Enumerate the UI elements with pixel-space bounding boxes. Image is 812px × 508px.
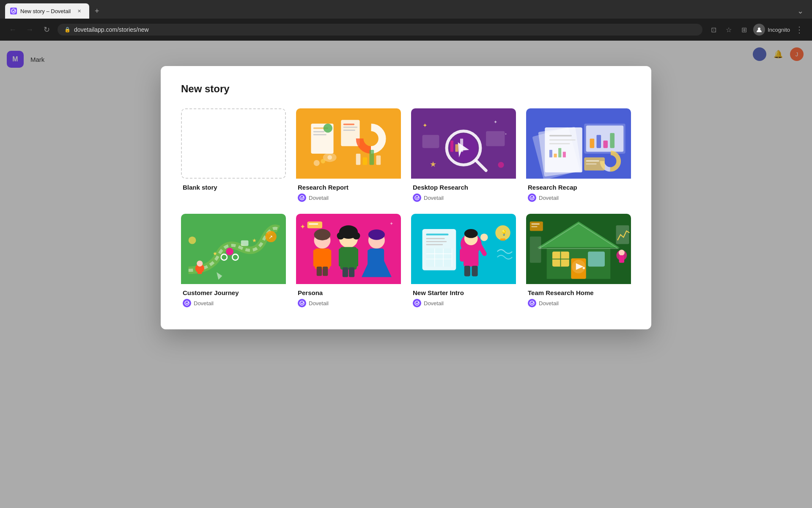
svg-point-88 <box>353 232 360 240</box>
template-info-team-research-home: Team Research Home Dovetail <box>526 284 631 309</box>
template-author-persona: Dovetail <box>298 299 399 307</box>
browser-chrome: New story – Dovetail ✕ + ⌄ ← → ↻ 🔒 dovet… <box>0 0 812 41</box>
url-text: dovetailapp.com/stories/new <box>74 26 149 33</box>
svg-rect-51 <box>603 141 608 148</box>
svg-rect-4 <box>313 131 325 133</box>
new-story-modal: New story Blank story <box>161 66 651 329</box>
svg-point-123 <box>415 301 419 305</box>
forward-button[interactable]: → <box>24 24 36 36</box>
svg-rect-32 <box>422 135 439 148</box>
template-info-new-starter-intro: New Starter Intro Dovetail <box>411 284 516 309</box>
svg-rect-31 <box>460 138 463 152</box>
svg-point-19 <box>314 160 320 166</box>
svg-text:★: ★ <box>213 251 217 257</box>
url-bar[interactable]: 🔒 dovetailapp.com/stories/new <box>58 24 702 36</box>
svg-rect-41 <box>549 139 576 141</box>
svg-point-99 <box>300 301 304 305</box>
svg-rect-13 <box>356 154 361 165</box>
svg-rect-135 <box>616 225 629 244</box>
svg-point-60 <box>197 260 203 266</box>
incognito-label: Incognito <box>768 27 790 33</box>
incognito-avatar <box>753 24 765 36</box>
svg-rect-107 <box>464 266 470 276</box>
template-card-desktop-research[interactable]: ✦ ✦ ✦ <box>411 108 516 204</box>
new-starter-intro-thumbnail: 💡 <box>411 214 516 284</box>
new-tab-button[interactable]: + <box>91 5 103 17</box>
svg-point-79 <box>314 229 331 240</box>
svg-rect-130 <box>588 251 605 266</box>
svg-rect-96 <box>309 224 318 225</box>
template-card-research-recap[interactable]: Research Recap Dovetail <box>526 108 631 204</box>
tab-title: New story – Dovetail <box>20 8 71 14</box>
modal-title: New story <box>181 83 631 95</box>
svg-rect-8 <box>343 124 355 125</box>
back-button[interactable]: ← <box>7 24 19 36</box>
template-name-team-research-home: Team Research Home <box>528 289 629 296</box>
template-info-persona: Persona Dovetail <box>296 284 401 309</box>
bookmark-icon[interactable]: ☆ <box>723 24 735 36</box>
svg-rect-134 <box>530 237 541 263</box>
svg-rect-61 <box>198 268 202 274</box>
refresh-button[interactable]: ↻ <box>41 24 52 36</box>
svg-rect-112 <box>426 241 447 242</box>
template-name-persona: Persona <box>298 289 399 296</box>
template-card-persona[interactable]: ✦ ✦ Persona Dovetail <box>296 214 401 309</box>
template-card-blank[interactable]: Blank story <box>181 108 286 204</box>
svg-text:★: ★ <box>430 160 436 168</box>
svg-rect-137 <box>531 224 539 225</box>
dovetail-icon-4 <box>183 299 191 307</box>
desktop-research-thumbnail: ✦ ✦ ✦ <box>411 108 516 179</box>
svg-rect-84 <box>343 267 348 277</box>
svg-rect-138 <box>531 226 537 227</box>
svg-text:★: ★ <box>252 237 257 243</box>
dovetail-icon-5 <box>298 299 306 307</box>
template-author-team-research-home: Dovetail <box>528 299 629 307</box>
tab-favicon <box>10 8 17 14</box>
dovetail-icon <box>298 193 306 202</box>
svg-rect-52 <box>610 133 614 148</box>
template-author-research-report: Dovetail <box>298 193 399 202</box>
template-name-research-recap: Research Recap <box>528 184 629 191</box>
tab-bar: New story – Dovetail ✕ + ⌄ <box>0 0 812 19</box>
svg-rect-111 <box>426 238 444 239</box>
svg-marker-91 <box>362 261 392 277</box>
svg-rect-75 <box>313 250 319 267</box>
extension-icon[interactable]: ⊞ <box>738 24 750 36</box>
template-author-desktop-research: Dovetail <box>413 193 514 202</box>
incognito-badge: Incognito <box>753 24 790 36</box>
svg-rect-82 <box>339 248 345 267</box>
svg-point-0 <box>11 9 16 13</box>
svg-rect-46 <box>563 152 566 157</box>
tab-close-button[interactable]: ✕ <box>76 8 82 14</box>
svg-rect-29 <box>450 141 453 152</box>
svg-rect-106 <box>460 248 464 262</box>
tab-strip-end: ⌄ <box>794 5 807 17</box>
svg-rect-10 <box>343 130 355 131</box>
template-card-research-report[interactable]: Research Report Dovetail <box>296 108 401 204</box>
template-card-new-starter-intro[interactable]: 💡 New Starter Intro Dovetail <box>411 214 516 309</box>
svg-rect-95 <box>307 221 322 228</box>
browser-menu-button[interactable]: ⋮ <box>793 25 805 35</box>
svg-rect-93 <box>378 250 384 267</box>
template-card-customer-journey[interactable]: ★ ★ ↗ Customer Journ <box>181 214 286 309</box>
svg-rect-39 <box>545 127 582 172</box>
svg-rect-103 <box>464 248 478 266</box>
svg-rect-5 <box>313 134 326 135</box>
svg-point-18 <box>327 155 332 160</box>
svg-point-20 <box>321 159 325 163</box>
app-background: M Mark 🔔 J New story Blank story <box>0 41 812 508</box>
svg-point-6 <box>324 124 332 133</box>
template-author-customer-journey: Dovetail <box>183 299 284 307</box>
template-card-team-research-home[interactable]: Team Research Home Dovetail <box>526 214 631 309</box>
svg-point-102 <box>464 229 478 238</box>
cast-icon[interactable]: ⊡ <box>708 24 719 36</box>
svg-rect-121 <box>500 238 505 240</box>
svg-rect-57 <box>586 163 597 165</box>
svg-text:✦: ✦ <box>390 221 393 226</box>
svg-point-72 <box>185 301 189 305</box>
template-info-research-report: Research Report Dovetail <box>296 179 401 204</box>
svg-rect-33 <box>486 131 505 146</box>
address-actions: ⊡ ☆ ⊞ Incognito ⋮ <box>708 24 805 36</box>
active-tab[interactable]: New story – Dovetail ✕ <box>5 3 89 19</box>
template-info-desktop-research: Desktop Research Dovetail <box>411 179 516 204</box>
